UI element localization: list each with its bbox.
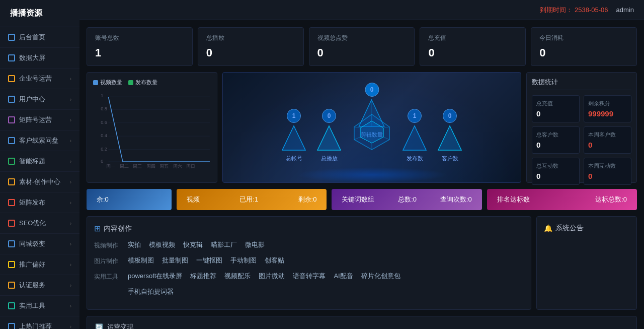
data-stat-item: 总充值 0: [532, 95, 580, 122]
sidebar-item[interactable]: SEO优化 ›: [0, 213, 79, 234]
svg-text:周四: 周四: [146, 164, 155, 169]
chevron-icon: ›: [70, 117, 71, 123]
sidebar-item[interactable]: 企业号运营 ›: [0, 69, 79, 89]
sidebar-item-label: 实用工具: [19, 301, 45, 310]
chevron-icon: ›: [70, 200, 71, 206]
stat-card: 总充值 0: [420, 27, 526, 66]
creation-link[interactable]: 实拍: [128, 240, 141, 249]
sidebar-title: 播播资源: [0, 0, 79, 27]
ds-value: 999999: [588, 109, 627, 118]
stat-value: 0: [206, 46, 295, 59]
ds-value: 0: [536, 172, 575, 180]
sidebar-item[interactable]: 数据大屏: [0, 48, 79, 69]
sidebar-item[interactable]: 客户线索问盘 ›: [0, 130, 79, 151]
sidebar-item[interactable]: 用户中心 ›: [0, 89, 79, 110]
banner-blue[interactable]: 余:0: [87, 189, 172, 210]
creation-link[interactable]: 批量制图: [162, 256, 188, 265]
stat-label: 账号总数: [95, 34, 184, 42]
legend-video: 视频数量: [93, 79, 122, 86]
chevron-icon: ›: [70, 138, 71, 144]
creation-link[interactable]: powersoft在线录屏: [128, 272, 182, 281]
stat-value: 0: [539, 46, 628, 59]
chevron-icon: ›: [70, 221, 71, 226]
creation-link[interactable]: 图片微动: [259, 272, 285, 281]
creation-link[interactable]: 快克辑: [183, 240, 203, 249]
sidebar-item-label: 用户中心: [19, 95, 45, 104]
svg-marker-38: [438, 126, 461, 150]
sidebar-item-label: 数据大屏: [19, 53, 45, 62]
chevron-icon: ›: [70, 324, 71, 330]
sidebar-item[interactable]: 后台首页: [0, 27, 79, 48]
svg-marker-23: [282, 126, 305, 150]
creation-link[interactable]: 语音转字幕: [293, 272, 326, 281]
creation-link[interactable]: 模板制图: [128, 256, 154, 265]
sidebar-item[interactable]: 实用工具 ›: [0, 296, 79, 316]
sidebar-item-label: 上热门推荐: [19, 322, 52, 329]
banner-blue-text: 余:0: [97, 195, 109, 204]
sidebar-item[interactable]: 推广偏好 ›: [0, 254, 79, 275]
sidebar-item-label: 矩阵号运营: [19, 115, 52, 124]
sidebar-item[interactable]: 矩阵发布 ›: [0, 192, 79, 213]
creation-link[interactable]: 喵影工厂: [211, 240, 237, 249]
sidebar-item[interactable]: 素材-创作中心 ›: [0, 172, 79, 192]
creation-link[interactable]: 手动制图: [230, 256, 257, 265]
creation-link[interactable]: 视频配乐: [224, 272, 251, 281]
creation-link[interactable]: 手机自拍提词器: [128, 287, 174, 296]
creation-link[interactable]: 微电影: [245, 240, 265, 249]
svg-text:0.2: 0.2: [101, 147, 107, 152]
data-stat-item: 本周客户数 0: [584, 126, 631, 154]
sidebar-item[interactable]: 智能标题 ›: [0, 151, 79, 172]
banner-purple-label: 关键词数组: [342, 195, 374, 204]
sidebar-icon: [8, 302, 15, 309]
pyramid-4: [437, 125, 462, 153]
chart-svg: 1 0.8 0.6 0.4 0.2 0: [93, 90, 211, 171]
sidebar-icon: [8, 96, 15, 103]
svg-text:周五: 周五: [159, 164, 169, 169]
banner-pink[interactable]: 排名达标数 达标总数:0: [487, 189, 637, 210]
legend-publish: 发布数量: [128, 79, 157, 86]
sidebar-item[interactable]: 认证服务 ›: [0, 275, 79, 296]
chevron-icon: ›: [70, 179, 71, 185]
cs-links: 手机自拍提词器: [128, 287, 174, 296]
chevron-icon: ›: [70, 283, 71, 288]
creation-link[interactable]: 标题推荐: [190, 272, 216, 281]
chevron-icon: ›: [70, 159, 71, 164]
sidebar-item[interactable]: 上热门推荐 ›: [0, 316, 79, 329]
creation-link[interactable]: 模板视频: [149, 240, 175, 249]
sidebar-item[interactable]: 同城裂变 ›: [0, 234, 79, 254]
svg-text:周二: 周二: [120, 164, 129, 169]
visual-node-4: 0 客户数: [437, 109, 462, 162]
topbar-time-value: 2538-05-06: [575, 6, 608, 14]
chart-area: 1 0.8 0.6 0.4 0.2 0: [93, 90, 211, 171]
sidebar-item-label: SEO优化: [19, 219, 46, 228]
chevron-icon: ›: [70, 262, 71, 268]
svg-text:0.4: 0.4: [101, 133, 107, 138]
sidebar-icon: [8, 116, 15, 123]
creation-link[interactable]: 一键抠图: [196, 256, 222, 265]
visual-center: [352, 112, 392, 152]
node-badge-1: 1: [287, 109, 301, 123]
creation-link[interactable]: AI配音: [334, 272, 353, 281]
sidebar-icon: [8, 261, 15, 268]
sidebar-icon: [8, 54, 15, 61]
sidebar-item-label: 企业号运营: [19, 74, 52, 83]
ds-label: 本周互动数: [588, 162, 627, 170]
creation-section: 实用工具 powersoft在线录屏标题推荐视频配乐图片微动语音转字幕AI配音碎…: [94, 272, 524, 281]
chevron-icon: ›: [70, 241, 71, 247]
creation-link[interactable]: 创客贴: [265, 256, 284, 265]
sidebar-item[interactable]: 矩阵号运营 ›: [0, 110, 79, 130]
visual-nodes-row: 1 总帐号 0 总播放: [281, 109, 462, 162]
banner-purple[interactable]: 关键词数组 总数:0 查询次数:0: [332, 189, 481, 210]
stat-value: 0: [428, 46, 517, 59]
creation-link[interactable]: 碎片化创意包: [361, 272, 400, 281]
data-stats-card: 数据统计 总充值 0 剩余积分 999999 总客户数 0 本周客户数 0 总互…: [526, 72, 637, 183]
ds-label: 总客户数: [536, 131, 575, 139]
banner-orange[interactable]: 视频 已用:1 剩余:0: [177, 189, 327, 210]
creation-row: ⊞ 内容创作 视频制作 实拍模板视频快克辑喵影工厂微电影 图片制作 模板制图批量…: [87, 216, 637, 310]
earn-row: 🔄 运营变现: [87, 316, 637, 329]
sidebar-item-label: 矩阵发布: [19, 198, 45, 207]
svg-text:周一: 周一: [106, 164, 115, 169]
banner-orange-used: 已用:1: [239, 195, 258, 204]
cs-label: 视频制作: [94, 240, 122, 250]
sidebar-icon: [8, 199, 15, 206]
